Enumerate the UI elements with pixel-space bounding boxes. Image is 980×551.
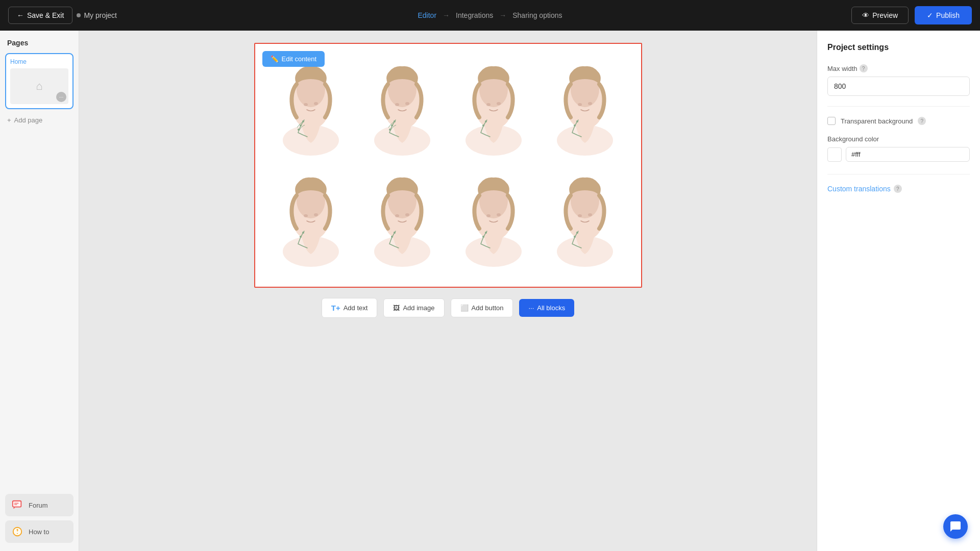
svg-point-7: [300, 124, 302, 127]
chat-fab-button[interactable]: [943, 514, 968, 539]
image-cell-1: [265, 54, 357, 165]
svg-point-8: [298, 129, 300, 131]
svg-point-44: [391, 236, 393, 238]
edit-content-button[interactable]: ✏️ Edit content: [262, 51, 325, 67]
save-exit-button[interactable]: ← Save & Exit: [8, 7, 72, 24]
svg-point-32: [588, 102, 592, 105]
arrow-icon-2: →: [499, 11, 506, 19]
eye-icon: 👁: [862, 11, 869, 19]
sidebar-item-forum[interactable]: Forum: [5, 494, 74, 516]
svg-rect-0: [13, 501, 21, 507]
home-icon: ⌂: [36, 80, 42, 93]
divider-2: [827, 174, 970, 174]
svg-point-37: [300, 236, 302, 238]
svg-point-24: [486, 103, 491, 106]
svg-point-52: [486, 214, 491, 217]
custom-translations-link[interactable]: Custom translations ?: [827, 185, 970, 193]
preview-button[interactable]: 👁 Preview: [851, 7, 909, 24]
add-button-button[interactable]: ⬜ Add button: [451, 298, 513, 317]
svg-point-60: [588, 213, 592, 216]
svg-point-43: [394, 232, 396, 234]
publish-button[interactable]: ✓ Publish: [915, 6, 972, 24]
svg-point-46: [405, 213, 409, 216]
page-card-home[interactable]: Home ⌂ ···: [5, 53, 74, 109]
howto-icon: [10, 524, 24, 539]
transparent-bg-checkbox[interactable]: [827, 117, 836, 125]
dots-icon: ···: [528, 304, 534, 312]
svg-point-38: [304, 214, 308, 217]
sidebar-bottom: Forum How to: [5, 494, 74, 543]
bg-color-label: Background color: [827, 135, 970, 143]
svg-point-16: [389, 129, 391, 131]
project-name: My project: [77, 11, 117, 19]
main-layout: Pages Home ⌂ ··· + Add page Foru: [0, 31, 980, 551]
text-icon: T+: [331, 304, 340, 312]
bg-color-input[interactable]: [846, 147, 970, 162]
forum-label: Forum: [29, 502, 48, 509]
transparent-bg-help-icon[interactable]: ?: [918, 117, 926, 125]
max-width-label: Max width ?: [827, 64, 970, 72]
canvas-toolbar: T+ Add text 🖼 Add image ⬜ Add button ···…: [322, 298, 574, 318]
button-icon: ⬜: [460, 304, 469, 312]
svg-point-31: [578, 103, 582, 106]
svg-point-2: [17, 533, 18, 534]
svg-point-59: [578, 214, 582, 217]
arrow-icon-1: →: [443, 11, 450, 19]
pages-title: Pages: [5, 39, 74, 47]
bg-color-row: [827, 147, 970, 162]
custom-translations-help-icon[interactable]: ?: [894, 185, 902, 193]
right-panel: Project settings Max width ? Transparent…: [817, 31, 980, 551]
back-arrow-icon: ←: [17, 11, 24, 19]
svg-point-36: [302, 232, 304, 234]
nav-editor[interactable]: Editor: [418, 11, 436, 19]
svg-point-50: [485, 232, 487, 234]
page-options-button[interactable]: ···: [56, 92, 66, 102]
svg-point-53: [497, 213, 501, 216]
svg-point-14: [394, 120, 396, 122]
nav-sharing[interactable]: Sharing options: [512, 11, 562, 19]
image-cell-3: [448, 54, 540, 165]
sidebar: Pages Home ⌂ ··· + Add page Foru: [0, 31, 79, 551]
bg-color-swatch[interactable]: [827, 147, 842, 162]
svg-point-9: [304, 103, 308, 106]
image-cell-6: [357, 165, 448, 277]
svg-point-57: [576, 232, 578, 234]
add-image-button[interactable]: 🖼 Add image: [383, 298, 444, 317]
canvas-area: ✏️ Edit content: [79, 31, 817, 551]
svg-point-17: [395, 103, 399, 106]
svg-point-58: [574, 236, 576, 238]
add-text-button[interactable]: T+ Add text: [322, 298, 378, 318]
svg-point-39: [314, 213, 318, 216]
transparent-bg-label: Transparent background: [841, 117, 913, 125]
all-blocks-button[interactable]: ··· All blocks: [519, 299, 574, 317]
add-page-button[interactable]: + Add page: [5, 113, 74, 127]
panel-title: Project settings: [827, 43, 970, 52]
nav-integrations[interactable]: Integrations: [456, 11, 493, 19]
svg-point-15: [391, 124, 393, 127]
pencil-icon: ✏️: [271, 55, 279, 63]
max-width-input[interactable]: [827, 77, 970, 96]
svg-point-51: [482, 236, 484, 238]
svg-point-10: [314, 102, 318, 105]
image-cell-2: [357, 54, 448, 165]
divider-1: [827, 106, 970, 107]
svg-point-45: [395, 214, 399, 217]
plus-icon: +: [7, 116, 11, 124]
max-width-help-icon[interactable]: ?: [860, 64, 868, 72]
image-icon: 🖼: [393, 304, 400, 312]
svg-point-29: [576, 120, 578, 122]
status-dot: [77, 13, 81, 17]
canvas-container: ✏️ Edit content: [254, 43, 642, 288]
svg-point-23: [482, 124, 484, 127]
svg-point-18: [405, 102, 409, 105]
image-cell-4: [540, 54, 631, 165]
check-icon: ✓: [927, 11, 933, 19]
forum-icon: [10, 498, 24, 512]
svg-point-22: [485, 120, 487, 122]
image-cell-5: [265, 165, 357, 277]
image-grid: [255, 44, 641, 287]
svg-point-30: [574, 124, 576, 127]
svg-point-25: [497, 102, 501, 105]
sidebar-item-howto[interactable]: How to: [5, 520, 74, 543]
image-cell-8: [540, 165, 631, 277]
